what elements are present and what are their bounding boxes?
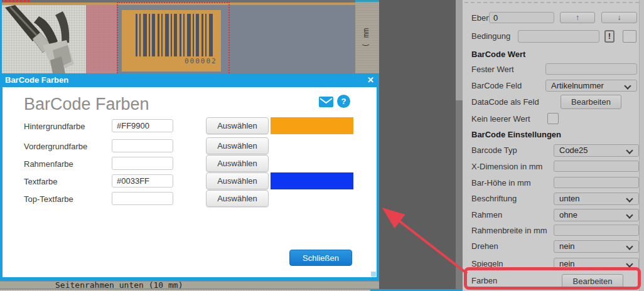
dialog-heading: BarCode Farben [24,95,149,114]
vordergrundfarbe-input[interactable] [112,139,173,152]
x-dimension-label: X-Dimension in mm [471,161,542,172]
barcode-bars [136,14,215,56]
barcode-selection[interactable]: 000002 [117,2,230,76]
barcode-feld-label: BarCode Feld [471,80,522,92]
barcode-feld-select[interactable]: Artikelnummer [545,80,637,92]
barcode-element[interactable]: 000002 [122,10,221,71]
page-margin-right-strip: ( mm [355,0,379,73]
hintergrundfarbe-auswaehlen-button[interactable]: Auswählen [206,117,269,134]
barcode-number: 000002 [185,57,217,65]
layer-down-button[interactable]: ↓ [601,12,637,23]
close-icon[interactable]: ✕ [367,73,374,87]
mail-icon[interactable] [319,97,333,107]
textfarbe-swatch [271,172,353,189]
beschriftung-label: Beschriftung [471,193,517,204]
bedingung-checkbox[interactable] [623,30,636,43]
color-row-top-textfarbe: Top-Textfarbe Auswählen [3,190,377,208]
bedingung-input[interactable] [518,30,599,43]
color-row-textfarbe: Textfarbe Auswählen [3,172,377,190]
kein-leerer-wert-label: Kein leerer Wert [471,113,530,125]
page-margin-left-line [0,0,2,73]
barcode-typ-value: Code25 [559,146,588,155]
barcode-typ-select[interactable]: Code25 [554,144,639,157]
schliessen-button[interactable]: Schließen [289,250,352,266]
row-beschriftung: Beschriftung unten [463,193,639,205]
page-margin-bottom-bar: Seitenrahmen unten (10 mm) [0,281,379,290]
rahmenbreite-input[interactable] [554,225,639,236]
vertical-scrollbar[interactable] [456,0,463,291]
datacode-label: DataCode als Feld [471,95,539,109]
chevron-down-icon [624,82,631,89]
barcode-feld-value: Artikelnummer [551,81,604,90]
rahmen-label: Rahmen [471,209,502,221]
rahmenfarbe-label: Rahmenfarbe [24,159,73,169]
bar-hoehe-input[interactable] [554,177,639,188]
ebene-input[interactable] [489,12,554,23]
beschriftung-select[interactable]: unten [554,193,639,205]
workspace-gutter [379,0,456,291]
color-row-rahmenfarbe: Rahmenfarbe Auswählen [3,155,377,172]
row-barcode-typ: Barcode Typ Code25 [463,144,639,157]
chevron-down-icon [626,260,633,267]
row-rahmenbreite: Rahmenbreite in mm [463,225,639,236]
negate-button[interactable]: ! [604,30,614,43]
top-textfarbe-auswaehlen-button[interactable]: Auswählen [206,190,269,207]
fester-wert-input[interactable] [545,63,637,75]
chevron-down-icon [626,243,633,250]
chevron-down-icon [626,211,633,218]
top-textfarbe-input[interactable] [112,192,173,205]
x-dimension-input[interactable] [554,161,639,172]
rahmen-value: ohne [559,210,577,220]
dialog-title: BarCode Farben [5,75,68,85]
row-bedingung: Bedingung ! [463,30,639,43]
help-icon[interactable]: ? [337,95,350,108]
row-kein-leerer-wert: Kein leerer Wert [463,113,639,124]
annotation-highlight-box [464,267,641,290]
bedingung-label: Bedingung [471,30,510,42]
dialog-titlebar[interactable]: BarCode Farben ✕ [0,73,379,87]
resize-grip[interactable] [371,272,376,277]
rahmenbreite-label: Rahmenbreite in mm [471,225,547,236]
layer-up-button[interactable]: ↑ [560,12,595,23]
page-margin-bottom-label: Seitenrahmen unten (10 mm) [55,280,183,290]
rahmen-select[interactable]: ohne [554,209,639,221]
row-x-dimension: X-Dimension in mm [463,161,639,172]
color-row-vordergrundfarbe: Vordergrundfarbe Auswählen [3,137,377,155]
rahmenfarbe-auswaehlen-button[interactable]: Auswählen [206,155,269,172]
datacode-bearbeiten-button[interactable]: Bearbeiten [561,95,621,109]
selection-dots-top-left [1,0,30,2]
fester-wert-label: Fester Wert [471,63,514,75]
dialog-body: BarCode Farben ? Hintergrundfarbe Auswäh… [3,87,377,277]
row-drehen: Drehen nein [463,240,639,253]
hintergrundfarbe-input[interactable] [112,119,173,132]
row-fester-wert: Fester Wert [463,63,639,75]
hintergrundfarbe-swatch [271,117,353,134]
section-barcode-einstellungen: BarCode Einstellungen [471,130,561,139]
drehen-value: nein [559,241,575,251]
chevron-down-icon [626,147,633,154]
product-photo[interactable] [1,5,86,73]
kein-leerer-wert-checkbox[interactable] [547,113,559,124]
color-row-hintergrundfarbe: Hintergrundfarbe Auswählen [3,117,377,135]
label-designer-app: ( mm 000002 Seitenrahmen unten (10 mm) E… [0,0,644,291]
row-bar-hoehe: Bar-Höhe in mm [463,177,639,188]
barcode-colors-dialog: BarCode Farben ✕ BarCode Farben ? Hinter… [0,73,379,281]
beschriftung-value: unten [559,194,580,203]
textfarbe-input[interactable] [112,174,173,188]
properties-panel: Ebene ↑ ↓ Bedingung ! BarCode Wert Feste… [463,0,644,291]
scrollbar-thumb[interactable] [456,0,463,100]
chevron-down-icon [626,195,633,202]
drehen-label: Drehen [471,240,498,252]
row-ebene: Ebene ↑ ↓ [463,12,639,24]
drehen-select[interactable]: nein [554,240,639,253]
rahmenfarbe-input[interactable] [112,157,173,170]
panel-right-edge [639,0,644,291]
hintergrundfarbe-label: Hintergrundfarbe [24,122,85,131]
canvas-highlight-region [86,3,117,73]
vordergrundfarbe-auswaehlen-button[interactable]: Auswählen [206,137,269,154]
textfarbe-auswaehlen-button[interactable]: Auswählen [206,172,269,189]
ruler-mm-label: ( mm [361,28,370,48]
section-barcode-wert: BarCode Wert [471,50,525,59]
bar-hoehe-label: Bar-Höhe in mm [471,177,531,189]
textfarbe-label: Textfarbe [24,177,57,186]
